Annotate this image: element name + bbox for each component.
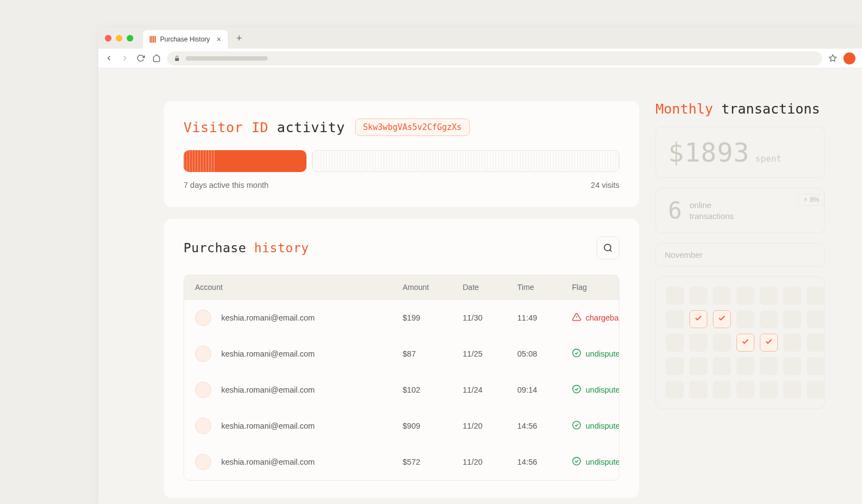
amount-cell: $909 <box>403 422 463 430</box>
calendar-day[interactable] <box>760 334 778 352</box>
calendar-day[interactable] <box>666 334 684 352</box>
svg-rect-0 <box>175 58 179 61</box>
calendar-day[interactable] <box>689 357 707 375</box>
close-tab-icon[interactable]: × <box>216 35 221 44</box>
svg-point-2 <box>604 244 611 251</box>
forward-icon[interactable] <box>121 54 129 62</box>
calendar-day[interactable] <box>760 381 778 399</box>
time-cell: 05:08 <box>517 349 572 358</box>
table-row[interactable]: keshia.romani@email.com$19911/3011:49cha… <box>184 300 619 336</box>
month-selector[interactable]: November <box>656 243 825 266</box>
calendar-day[interactable] <box>807 357 825 375</box>
visitor-activity-card: Visitor ID activity Skw3wbgVAs5v2CfGgzXs… <box>164 101 639 207</box>
account-email: keshia.romani@email.com <box>221 313 315 322</box>
maximize-window-icon[interactable] <box>127 35 133 41</box>
address-bar[interactable] <box>167 51 822 66</box>
visits-label: 24 visits <box>591 181 619 189</box>
table-row[interactable]: keshia.romani@email.com$90911/2014:56und… <box>184 408 619 444</box>
time-cell: 14:56 <box>517 422 572 430</box>
check-icon <box>765 337 773 348</box>
col-flag: Flag <box>572 283 608 292</box>
calendar-day[interactable] <box>713 357 731 375</box>
svg-point-7 <box>572 385 580 393</box>
purchase-history-card: Purchase history Account Amount Date Tim… <box>164 219 639 498</box>
calendar-day[interactable] <box>807 381 825 399</box>
table-row[interactable]: keshia.romani@email.com$57211/2014:56und… <box>184 444 619 480</box>
spent-label: spent <box>755 153 782 164</box>
account-email: keshia.romani@email.com <box>221 349 315 358</box>
calendar-day[interactable] <box>736 357 754 375</box>
calendar-day[interactable] <box>666 381 684 399</box>
minimize-window-icon[interactable] <box>116 35 122 41</box>
calendar-day[interactable] <box>666 287 684 305</box>
visitor-id-badge[interactable]: Skw3wbgVAs5v2CfGgzXs <box>355 118 470 136</box>
days-active-label: 7 days active this month <box>184 181 269 189</box>
calendar-day[interactable] <box>736 310 754 328</box>
monthly-title: Monthly transactions <box>656 101 825 117</box>
search-button[interactable] <box>597 236 619 259</box>
star-icon[interactable] <box>829 54 837 62</box>
calendar-day[interactable] <box>689 381 707 399</box>
col-date: Date <box>463 283 517 292</box>
flag-cell: chargeback <box>572 312 619 323</box>
account-email: keshia.romani@email.com <box>221 386 315 394</box>
col-account: Account <box>195 283 403 292</box>
calendar-day[interactable] <box>689 310 707 328</box>
calendar-day[interactable] <box>736 381 754 399</box>
calendar-day[interactable] <box>783 310 801 328</box>
purchase-history-title: Purchase history <box>184 241 309 255</box>
page-content: Visitor ID activity Skw3wbgVAs5v2CfGgzXs… <box>98 68 862 504</box>
calendar-day[interactable] <box>689 287 707 305</box>
calendar-day[interactable] <box>807 287 825 305</box>
amount-cell: $572 <box>403 458 463 466</box>
purchase-table: Account Amount Date Time Flag keshia.rom… <box>184 275 619 481</box>
calendar-day[interactable] <box>713 334 731 352</box>
svg-point-9 <box>572 457 580 465</box>
amount-cell: $102 <box>403 386 463 394</box>
svg-point-8 <box>572 421 580 429</box>
table-row[interactable]: keshia.romani@email.com$10211/2409:14und… <box>184 372 619 408</box>
col-time: Time <box>517 283 572 292</box>
calendar-day[interactable] <box>666 310 684 328</box>
time-cell: 14:56 <box>517 458 572 466</box>
browser-tab[interactable]: Purchase History × <box>143 30 228 49</box>
calendar-day[interactable] <box>783 334 801 352</box>
account-avatar-icon <box>195 454 211 470</box>
reload-icon[interactable] <box>137 54 145 62</box>
arrow-up-right-icon <box>802 197 808 203</box>
calendar-day[interactable] <box>783 357 801 375</box>
new-tab-button[interactable]: + <box>232 33 247 44</box>
svg-point-6 <box>572 349 580 357</box>
lock-icon <box>174 55 180 62</box>
back-icon[interactable] <box>105 54 113 62</box>
calendar-day[interactable] <box>783 381 801 399</box>
account-avatar-icon <box>195 346 211 362</box>
calendar-day[interactable] <box>713 287 731 305</box>
table-row[interactable]: keshia.romani@email.com$8711/2505:08undi… <box>184 336 619 372</box>
activity-progress <box>184 150 619 172</box>
calendar-day[interactable] <box>760 357 778 375</box>
calendar-day[interactable] <box>736 334 754 352</box>
calendar-day[interactable] <box>736 287 754 305</box>
check-icon <box>741 337 749 348</box>
calendar-day[interactable] <box>666 357 684 375</box>
close-window-icon[interactable] <box>105 35 111 41</box>
calendar-day[interactable] <box>689 334 707 352</box>
calendar-day[interactable] <box>713 381 731 399</box>
calendar-day[interactable] <box>713 310 731 328</box>
calendar-day[interactable] <box>760 287 778 305</box>
calendar-day[interactable] <box>807 334 825 352</box>
pct-change-badge: 8% <box>798 194 824 206</box>
calendar-day[interactable] <box>807 310 825 328</box>
time-cell: 09:14 <box>517 386 572 394</box>
account-avatar-icon <box>195 310 211 326</box>
browser-window: Purchase History × + Visit <box>98 28 862 504</box>
col-amount: Amount <box>403 283 463 292</box>
home-icon[interactable] <box>152 54 161 62</box>
progress-active-segment <box>184 150 306 172</box>
profile-avatar-icon[interactable] <box>843 52 855 64</box>
progress-inactive-segment <box>312 150 619 172</box>
calendar-day[interactable] <box>760 310 778 328</box>
activity-title: Visitor ID activity <box>184 120 345 135</box>
calendar-day[interactable] <box>783 287 801 305</box>
